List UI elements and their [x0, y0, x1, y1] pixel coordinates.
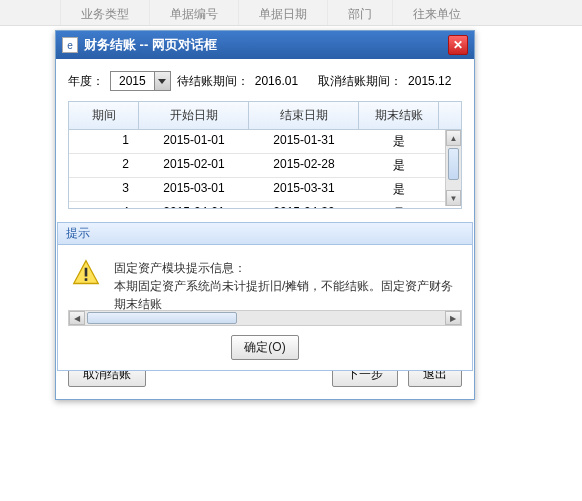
scroll-down-icon[interactable]: ▼ [446, 190, 461, 206]
period-table: 期间 开始日期 结束日期 期末结账 1 2015-01-01 2015-01-3… [68, 101, 462, 209]
alert-text: 固定资产模块提示信息： 本期固定资产系统尚未计提折旧/摊销，不能结账。固定资产财… [114, 259, 458, 313]
warning-icon [72, 259, 100, 287]
pending-period-value: 2016.01 [255, 74, 298, 88]
cancel-period-label: 取消结账期间： [318, 73, 402, 90]
alert-line2: 本期固定资产系统尚未计提折旧/摊销，不能结账。固定资产财务期末结账 [114, 277, 458, 313]
bg-col: 单据编号 [149, 0, 238, 25]
scroll-left-icon[interactable]: ◀ [69, 311, 85, 325]
table-row[interactable]: 4 2015-04-01 2015-04-30 是 [69, 202, 461, 208]
year-row: 年度： 2015 待结账期间： 2016.01 取消结账期间： 2015.12 [68, 71, 462, 91]
scroll-thumb[interactable] [87, 312, 237, 324]
cancel-period-value: 2015.12 [408, 74, 451, 88]
pending-period-label: 待结账期间： [177, 73, 249, 90]
alert-dialog: 提示 固定资产模块提示信息： 本期固定资产系统尚未计提折旧/摊销，不能结账。固定… [56, 222, 474, 371]
col-period[interactable]: 期间 [69, 102, 139, 129]
col-end[interactable]: 结束日期 [249, 102, 359, 129]
alert-title: 提示 [57, 222, 473, 244]
dialog-body: 年度： 2015 待结账期间： 2016.01 取消结账期间： 2015.12 … [56, 59, 474, 399]
table-row[interactable]: 2 2015-02-01 2015-02-28 是 [69, 154, 461, 178]
bg-col: 业务类型 [60, 0, 149, 25]
background-column-header: 业务类型 单据编号 单据日期 部门 往来单位 [0, 0, 582, 26]
year-select[interactable]: 2015 [110, 71, 171, 91]
dialog-titlebar[interactable]: e 财务结账 -- 网页对话框 ✕ [56, 31, 474, 59]
bg-col: 往来单位 [392, 0, 481, 25]
table-row[interactable]: 1 2015-01-01 2015-01-31 是 [69, 130, 461, 154]
scroll-thumb[interactable] [448, 148, 459, 180]
bg-col: 部门 [327, 0, 392, 25]
alert-body: 固定资产模块提示信息： 本期固定资产系统尚未计提折旧/摊销，不能结账。固定资产财… [57, 244, 473, 371]
svg-rect-2 [85, 278, 88, 281]
finance-close-dialog: e 财务结账 -- 网页对话框 ✕ 年度： 2015 待结账期间： 2016.0… [55, 30, 475, 400]
col-start[interactable]: 开始日期 [139, 102, 249, 129]
scroll-up-icon[interactable]: ▲ [446, 130, 461, 146]
scroll-right-icon[interactable]: ▶ [445, 311, 461, 325]
table-body: 1 2015-01-01 2015-01-31 是 2 2015-02-01 2… [69, 130, 461, 208]
year-value: 2015 [111, 74, 154, 88]
bg-col: 单据日期 [238, 0, 327, 25]
horizontal-scrollbar[interactable]: ◀ ▶ [68, 310, 462, 326]
close-icon[interactable]: ✕ [448, 35, 468, 55]
col-closed[interactable]: 期末结账 [359, 102, 439, 129]
year-label: 年度： [68, 73, 104, 90]
svg-rect-1 [85, 268, 88, 277]
chevron-down-icon[interactable] [154, 72, 170, 90]
ok-button[interactable]: 确定(O) [231, 335, 298, 360]
ie-page-icon: e [62, 37, 78, 53]
table-row[interactable]: 3 2015-03-01 2015-03-31 是 [69, 178, 461, 202]
alert-line1: 固定资产模块提示信息： [114, 259, 458, 277]
table-header: 期间 开始日期 结束日期 期末结账 [69, 102, 461, 130]
dialog-title: 财务结账 -- 网页对话框 [84, 36, 448, 54]
vertical-scrollbar[interactable]: ▲ ▼ [445, 130, 461, 206]
